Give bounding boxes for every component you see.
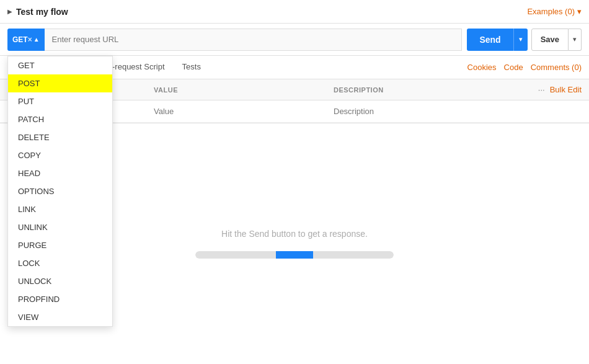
bar-segment-left [195,251,276,259]
method-option-lock[interactable]: LOCK [8,254,112,272]
tabs-right: Cookies Code Comments (0) [467,63,582,72]
row-desc-cell [326,107,589,116]
save-dropdown-button[interactable]: ▾ [569,29,582,51]
col-desc-header: DESCRIPTION [326,86,538,94]
url-bar: GET × ▲ Send ▾ Save ▾ [0,24,589,56]
send-dropdown-button[interactable]: ▾ [513,29,528,51]
method-dropdown: GET POST PUT PATCH DELETE COPY HEAD OPTI… [7,56,113,327]
examples-chevron-icon: ▾ [577,7,582,16]
more-options-icon[interactable]: ··· [538,85,545,94]
col-value-header: VALUE [146,86,326,94]
response-placeholder-text: Hit the Send button to get a response. [221,229,368,239]
method-option-unlock[interactable]: UNLOCK [8,272,112,290]
page-title: Test my flow [16,7,68,17]
save-button[interactable]: Save [531,29,569,51]
row-desc-input[interactable] [334,107,582,116]
method-clear-icon[interactable]: × [28,35,32,44]
col-actions-header: ··· Bulk Edit [538,85,589,94]
method-option-put[interactable]: PUT [8,92,112,110]
method-option-link[interactable]: LINK [8,200,112,218]
bar-segment-right [313,251,394,259]
method-button[interactable]: GET × ▲ [7,29,45,51]
method-label: GET [12,35,28,44]
method-option-post[interactable]: POST [8,74,112,92]
method-option-propfind[interactable]: PROPFIND [8,290,112,308]
bulk-edit-button[interactable]: Bulk Edit [550,85,582,94]
method-option-options[interactable]: OPTIONS [8,182,112,200]
method-option-purge[interactable]: PURGE [8,236,112,254]
collapse-arrow-icon: ▶ [7,8,12,15]
bar-segment-middle [276,251,313,259]
method-chevron-icon[interactable]: ▲ [33,36,40,43]
method-option-delete[interactable]: DELETE [8,128,112,146]
code-link[interactable]: Code [504,63,523,72]
send-button-group: Send ▾ [467,29,527,51]
cookies-link[interactable]: Cookies [467,63,497,72]
method-option-head[interactable]: HEAD [8,164,112,182]
examples-label: Examples (0) [527,7,575,16]
url-input[interactable] [45,29,463,51]
row-value-cell [146,107,326,116]
examples-link[interactable]: Examples (0) ▾ [527,7,582,16]
method-option-unlink[interactable]: UNLINK [8,218,112,236]
save-button-group: Save ▾ [531,29,582,51]
method-option-view[interactable]: VIEW [8,308,112,326]
app-header: ▶ Test my flow Examples (0) ▾ [0,0,589,24]
comments-link[interactable]: Comments (0) [531,63,582,72]
send-button[interactable]: Send [467,29,513,51]
method-option-get[interactable]: GET [8,56,112,74]
method-option-patch[interactable]: PATCH [8,110,112,128]
response-bar [195,251,394,259]
method-option-copy[interactable]: COPY [8,146,112,164]
row-value-input[interactable] [154,107,319,116]
tab-tests[interactable]: Tests [174,56,210,79]
